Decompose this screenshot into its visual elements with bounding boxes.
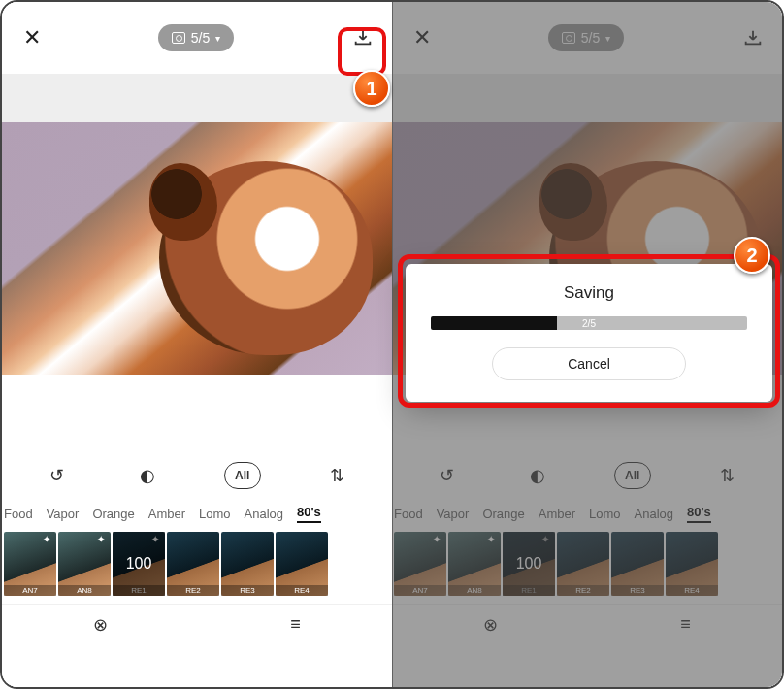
category-tabs: FoodVaporOrangeAmberLomoAnalog80's bbox=[2, 499, 392, 528]
category-tab[interactable]: Lomo bbox=[199, 507, 231, 521]
thumb-label: RE1 bbox=[503, 585, 555, 596]
screen-saving: ✕ 5/5 ▾ ↺ ◐ All ⇅ FoodV bbox=[392, 2, 782, 687]
annotation-badge-2: 2 bbox=[734, 237, 770, 274]
filter-thumb[interactable]: ✦AN7 bbox=[4, 532, 56, 596]
filter-thumb[interactable]: ✦RE1 bbox=[113, 532, 165, 596]
filter-thumbnails: ✦AN7✦AN8✦RE1RE2RE3RE4 bbox=[392, 528, 782, 604]
close-icon[interactable]: ✕ bbox=[413, 25, 431, 50]
filter-thumb[interactable]: RE4 bbox=[276, 532, 328, 596]
gallery-icon bbox=[172, 32, 185, 44]
annotation-box-1 bbox=[338, 27, 386, 76]
star-icon: ✦ bbox=[97, 534, 109, 545]
annotation-badge-1: 1 bbox=[353, 70, 390, 107]
bottom-bar: ⊗ ≡ bbox=[392, 604, 782, 644]
filter-thumbnails: ✦AN7✦AN8✦RE1RE2RE3RE4 bbox=[2, 528, 392, 604]
category-tab[interactable]: Food bbox=[394, 507, 423, 521]
count-pill[interactable]: 5/5 ▾ bbox=[548, 24, 624, 51]
tool-row: ↺ ◐ All ⇅ bbox=[392, 452, 782, 499]
thumb-label: AN8 bbox=[448, 585, 501, 596]
thumb-label: AN7 bbox=[394, 585, 446, 596]
thumb-label: RE4 bbox=[666, 585, 718, 596]
saving-dialog: Saving 2/5 Cancel bbox=[406, 264, 772, 402]
star-icon: ✦ bbox=[433, 534, 444, 545]
category-tab[interactable]: Analog bbox=[635, 507, 673, 521]
star-icon: ✦ bbox=[541, 534, 553, 545]
tool-row: ↺ ◐ All ⇅ bbox=[2, 452, 392, 499]
contrast-icon[interactable]: ◐ bbox=[133, 461, 162, 490]
sliders-tab-icon: ≡ bbox=[680, 614, 691, 635]
category-tabs: FoodVaporOrangeAmberLomoAnalog80's bbox=[392, 499, 782, 528]
category-tab[interactable]: Amber bbox=[148, 507, 185, 521]
download-button[interactable] bbox=[741, 26, 765, 49]
top-bar: ✕ 5/5 ▾ bbox=[2, 2, 392, 74]
gallery-icon bbox=[562, 32, 575, 44]
screen-editor: ✕ 5/5 ▾ 1 ↺ ◐ All ⇅ bbox=[2, 2, 392, 687]
filters-tab-icon: ⊗ bbox=[483, 614, 498, 636]
progress-label: 2/5 bbox=[582, 318, 596, 329]
count-pill[interactable]: 5/5 ▾ bbox=[158, 24, 234, 51]
filter-thumb[interactable]: RE2 bbox=[557, 532, 609, 596]
thumb-label: AN8 bbox=[58, 585, 111, 596]
filter-thumb[interactable]: RE4 bbox=[666, 532, 718, 596]
progress-bar: 2/5 bbox=[431, 316, 747, 330]
close-icon[interactable]: ✕ bbox=[23, 25, 41, 50]
all-filters-button: All bbox=[614, 462, 651, 489]
thumb-label: RE2 bbox=[167, 585, 219, 596]
filters-tab-icon[interactable]: ⊗ bbox=[93, 614, 108, 636]
count-label: 5/5 bbox=[581, 30, 600, 46]
filter-thumb[interactable]: ✦AN8 bbox=[448, 532, 501, 596]
category-tab[interactable]: Lomo bbox=[589, 507, 621, 521]
count-label: 5/5 bbox=[191, 30, 210, 46]
chevron-down-icon: ▾ bbox=[605, 33, 610, 44]
filter-thumb[interactable]: RE3 bbox=[221, 532, 274, 596]
sliders-tab-icon[interactable]: ≡ bbox=[290, 614, 301, 635]
category-tab[interactable]: Vapor bbox=[437, 507, 470, 521]
star-icon: ✦ bbox=[151, 534, 163, 545]
thumb-label: RE1 bbox=[113, 585, 165, 596]
adjust-icon: ⇅ bbox=[712, 461, 741, 490]
category-tab[interactable]: Analog bbox=[245, 507, 283, 521]
chevron-down-icon: ▾ bbox=[215, 33, 220, 44]
adjust-icon[interactable]: ⇅ bbox=[322, 461, 351, 490]
category-tab[interactable]: Vapor bbox=[47, 507, 80, 521]
thumb-label: RE3 bbox=[221, 585, 274, 596]
category-tab[interactable]: Amber bbox=[539, 507, 575, 521]
category-tab[interactable]: Food bbox=[4, 507, 33, 521]
star-icon: ✦ bbox=[43, 534, 54, 545]
category-tab[interactable]: Orange bbox=[482, 507, 524, 521]
filter-thumb[interactable]: ✦AN8 bbox=[58, 532, 111, 596]
category-tab[interactable]: 80's bbox=[687, 505, 711, 523]
filter-thumb[interactable]: ✦AN7 bbox=[394, 532, 446, 596]
category-tab[interactable]: Orange bbox=[92, 507, 134, 521]
thumb-label: AN7 bbox=[4, 585, 56, 596]
filter-thumb[interactable]: RE3 bbox=[611, 532, 664, 596]
thumb-label: RE4 bbox=[276, 585, 328, 596]
dialog-title: Saving bbox=[431, 283, 747, 303]
filter-thumb[interactable]: ✦RE1 bbox=[503, 532, 555, 596]
undo-icon: ↺ bbox=[433, 461, 462, 490]
filter-thumb[interactable]: RE2 bbox=[167, 532, 219, 596]
all-filters-button[interactable]: All bbox=[224, 462, 261, 489]
top-bar: ✕ 5/5 ▾ bbox=[392, 2, 782, 74]
thumb-label: RE2 bbox=[557, 585, 609, 596]
undo-icon[interactable]: ↺ bbox=[43, 461, 72, 490]
thumb-label: RE3 bbox=[611, 585, 664, 596]
contrast-icon: ◐ bbox=[523, 461, 552, 490]
bottom-bar: ⊗ ≡ bbox=[2, 604, 392, 644]
category-tab[interactable]: 80's bbox=[297, 505, 321, 523]
cancel-button[interactable]: Cancel bbox=[492, 347, 686, 380]
preview-image[interactable] bbox=[2, 122, 392, 375]
star-icon: ✦ bbox=[487, 534, 499, 545]
